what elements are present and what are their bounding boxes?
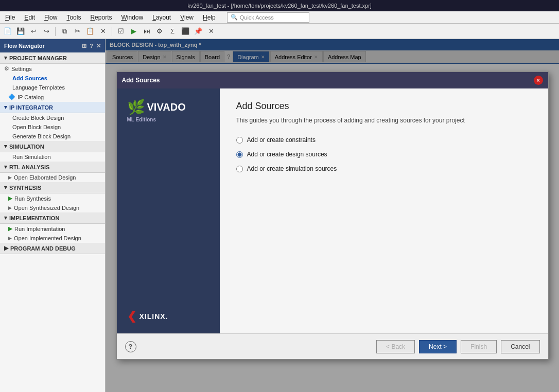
cancel-button[interactable]: Cancel <box>501 340 539 353</box>
toolbar-stop-btn[interactable]: ⬛ <box>180 26 191 37</box>
language-templates-label: Language Templates <box>12 84 65 91</box>
expand-arrow-icon: ▶ <box>8 175 12 180</box>
sidebar-item-run-simulation[interactable]: Run Simulation <box>0 152 105 162</box>
sidebar-item-generate-block-design[interactable]: Generate Block Design <box>0 132 105 141</box>
menu-tools[interactable]: Tools <box>63 13 84 22</box>
sidebar-item-open-elaborated-design[interactable]: ▶ Open Elaborated Design <box>0 173 105 182</box>
toolbar-new-btn[interactable]: 📄 <box>2 26 13 37</box>
section-label: IMPLEMENTATION <box>9 215 59 221</box>
section-project-manager[interactable]: ▾ PROJECT MANAGER <box>0 52 105 64</box>
toolbar-redo-btn[interactable]: ↪ <box>41 26 52 37</box>
menu-view[interactable]: View <box>177 13 197 22</box>
footer-buttons: < Back Next > Finish Cancel <box>376 340 539 353</box>
sidebar: Flow Navigator ⊞ ? ✕ ▾ PROJECT MANAGER ⚙… <box>0 39 106 392</box>
modal-left-panel: 🌿 VIVADO ML Editions ❮ XILINX. <box>117 88 220 333</box>
radio-design[interactable] <box>236 151 243 158</box>
title-bar: kv260_fan_test - [/home/tom/projects/kv2… <box>0 0 559 11</box>
modal-subtitle: This guides you through the process of a… <box>236 117 532 124</box>
back-button[interactable]: < Back <box>376 340 415 353</box>
section-program-debug[interactable]: ▶ PROGRAM AND DEBUG <box>0 243 105 254</box>
open-elaborated-design-label: Open Elaborated Design <box>14 174 76 181</box>
gear-icon: ⚙ <box>4 65 9 72</box>
vivado-leaf-icon: 🌿 <box>127 99 145 116</box>
title-text: kv260_fan_test - [/home/tom/projects/kv2… <box>187 3 372 9</box>
finish-button[interactable]: Finish <box>461 340 497 353</box>
xilinx-logo: ❮ XILINX. <box>127 310 209 323</box>
section-implementation[interactable]: ▾ IMPLEMENTATION <box>0 212 105 224</box>
section-simulation[interactable]: ▾ SIMULATION <box>0 141 105 152</box>
section-label: SYNTHESIS <box>9 185 41 191</box>
toolbar-delete-btn[interactable]: ✕ <box>97 26 109 37</box>
sidebar-help-icon[interactable]: ? <box>90 43 93 49</box>
radio-simulation-label: Add or create simulation sources <box>247 165 337 172</box>
sidebar-close-icon[interactable]: ✕ <box>96 43 101 49</box>
toolbar-save-btn[interactable]: 💾 <box>15 26 26 37</box>
modal-right-panel: Add Sources This guides you through the … <box>220 88 548 333</box>
menu-window[interactable]: Window <box>118 13 146 22</box>
sidebar-item-run-synthesis[interactable]: ▶ Run Synthesis <box>0 193 105 203</box>
radio-constraints-label: Add or create constraints <box>247 136 316 144</box>
menu-reports[interactable]: Reports <box>87 13 115 22</box>
toolbar-undo-btn[interactable]: ↩ <box>28 26 39 37</box>
toolbar-run-btn[interactable]: ▶ <box>128 26 139 37</box>
run-implementation-label: Run Implementation <box>14 226 65 232</box>
toolbar-paste-btn[interactable]: 📋 <box>84 26 96 37</box>
sidebar-item-settings[interactable]: ⚙ Settings <box>0 64 105 74</box>
sidebar-item-open-implemented-design[interactable]: ▶ Open Implemented Design <box>0 234 105 243</box>
sidebar-item-open-block-design[interactable]: Open Block Design <box>0 122 105 132</box>
create-block-design-label: Create Block Design <box>12 115 64 121</box>
toolbar-x-btn[interactable]: ✕ <box>205 26 217 37</box>
toolbar-copy-btn[interactable]: ⧉ <box>59 26 70 37</box>
toolbar-sep2 <box>112 27 112 36</box>
sidebar-item-ip-catalog[interactable]: 🔷 IP Catalog <box>0 92 105 102</box>
menu-flow[interactable]: Flow <box>41 13 60 22</box>
settings-label: Settings <box>11 66 32 72</box>
search-icon: 🔍 <box>231 14 238 21</box>
radio-constraints[interactable] <box>236 137 243 144</box>
radio-constraints-option[interactable]: Add or create constraints <box>236 136 532 144</box>
section-ip-integrator[interactable]: ▾ IP INTEGRATOR <box>0 102 105 113</box>
menu-edit[interactable]: Edit <box>21 13 38 22</box>
collapse-icon: ▾ <box>4 104 7 111</box>
toolbar-gear-btn[interactable]: ⚙ <box>154 26 165 37</box>
ip-catalog-label: IP Catalog <box>18 94 44 100</box>
section-rtl-analysis[interactable]: ▾ RTL ANALYSIS <box>0 162 105 173</box>
toolbar-sum-btn[interactable]: Σ <box>167 26 178 37</box>
quick-access-search[interactable]: 🔍 Quick Access <box>227 12 309 23</box>
modal-close-button[interactable]: × <box>534 76 543 85</box>
toolbar-cut-btn[interactable]: ✂ <box>72 26 83 37</box>
help-button[interactable]: ? <box>125 341 136 352</box>
sidebar-title: Flow Navigator <box>4 43 45 49</box>
sidebar-item-language-templates[interactable]: Language Templates <box>0 83 105 92</box>
expand-arrow-icon: ▶ <box>8 205 12 210</box>
toolbar-pin-btn[interactable]: 📌 <box>193 26 204 37</box>
open-block-design-label: Open Block Design <box>12 124 61 130</box>
sidebar-item-open-synthesized-design[interactable]: ▶ Open Synthesized Design <box>0 203 105 212</box>
section-label: IP INTEGRATOR <box>9 104 53 111</box>
toolbar-check-btn[interactable]: ☑ <box>115 26 127 37</box>
modal-overlay: Add Sources × 🌿 VIVADO ML Editions <box>106 39 559 392</box>
sidebar-pin-icon[interactable]: ⊞ <box>82 43 86 49</box>
sidebar-item-run-implementation[interactable]: ▶ Run Implementation <box>0 224 105 234</box>
radio-simulation-option[interactable]: Add or create simulation sources <box>236 165 532 172</box>
modal-body: 🌿 VIVADO ML Editions ❮ XILINX. Add Sourc… <box>117 88 548 333</box>
sidebar-item-add-sources[interactable]: Add Sources <box>0 74 105 83</box>
modal-titlebar: Add Sources × <box>117 72 548 88</box>
collapse-icon: ▶ <box>4 245 8 252</box>
section-label: PROJECT MANAGER <box>9 55 67 61</box>
radio-design-option[interactable]: Add or create design sources <box>236 151 532 158</box>
sidebar-item-create-block-design[interactable]: Create Block Design <box>0 113 105 122</box>
section-label: SIMULATION <box>9 144 44 150</box>
menu-layout[interactable]: Layout <box>149 13 174 22</box>
section-synthesis[interactable]: ▾ SYNTHESIS <box>0 182 105 193</box>
main-area: Flow Navigator ⊞ ? ✕ ▾ PROJECT MANAGER ⚙… <box>0 39 559 392</box>
xilinx-x-icon: ❮ <box>127 310 136 323</box>
radio-simulation[interactable] <box>236 166 243 172</box>
next-button[interactable]: Next > <box>419 340 457 353</box>
menu-file[interactable]: File <box>2 13 18 22</box>
menu-help[interactable]: Help <box>200 13 219 22</box>
toolbar-step-btn[interactable]: ⏭ <box>141 26 152 37</box>
vivado-sub: ML Editions <box>127 117 209 122</box>
collapse-icon: ▾ <box>4 55 7 61</box>
section-label: PROGRAM AND DEBUG <box>10 245 76 252</box>
